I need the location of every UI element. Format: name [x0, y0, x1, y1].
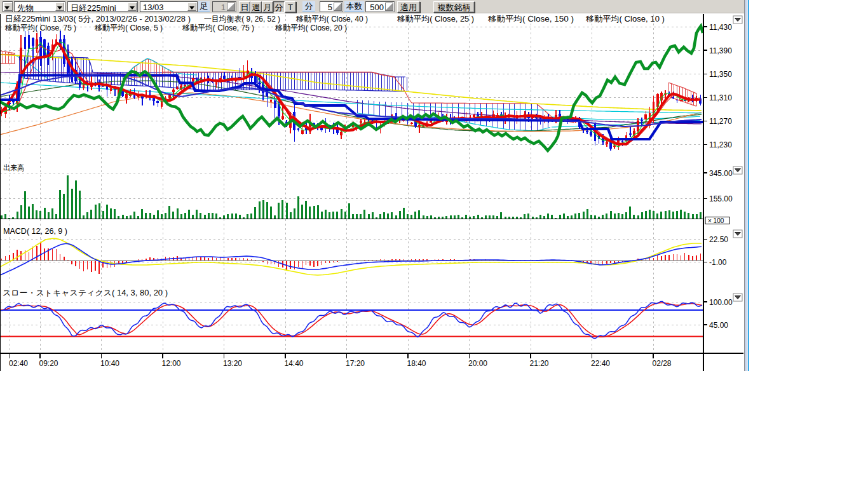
svg-text:日経225mini 13/03( 5分, 2013/02/2: 日経225mini 13/03( 5分, 2013/02/26 - 2013/0…: [5, 15, 191, 24]
svg-text:11,230: 11,230: [709, 140, 732, 149]
svg-text:11,350: 11,350: [709, 70, 732, 79]
svg-text:移動平均( Close, 25 ): 移動平均( Close, 25 ): [397, 15, 474, 24]
svg-text:14:40: 14:40: [285, 359, 304, 368]
svg-text:移動平均( Close, 10 ): 移動平均( Close, 10 ): [586, 15, 665, 24]
svg-text:出来高: 出来高: [3, 163, 24, 172]
svg-text:移動平均( Close, 20 ): 移動平均( Close, 20 ): [275, 24, 347, 32]
svg-text:MACD( 12, 26, 9 ): MACD( 12, 26, 9 ): [3, 227, 67, 236]
svg-text:45.00: 45.00: [709, 321, 728, 330]
svg-text:21:20: 21:20: [530, 359, 549, 368]
svg-text:移動平均( Close, 75 ): 移動平均( Close, 75 ): [182, 24, 254, 32]
svg-text:移動平均( Close, 75 ): 移動平均( Close, 75 ): [5, 24, 76, 32]
svg-text:18:40: 18:40: [407, 359, 426, 368]
svg-text:11,310: 11,310: [709, 93, 732, 102]
svg-text:移動平均( Close, 150 ): 移動平均( Close, 150 ): [488, 15, 574, 24]
svg-text:17:20: 17:20: [346, 359, 365, 368]
svg-text:02/28: 02/28: [653, 359, 672, 368]
svg-text:一目均衡表( 9, 26, 52 ): 一目均衡表( 9, 26, 52 ): [204, 15, 280, 24]
svg-text:13:20: 13:20: [223, 359, 242, 368]
svg-text:22.50: 22.50: [709, 235, 728, 244]
svg-text:345.00: 345.00: [709, 169, 733, 178]
svg-text:20:00: 20:00: [468, 359, 487, 368]
svg-text:02:40: 02:40: [9, 359, 28, 368]
svg-text:-1.00: -1.00: [709, 258, 727, 267]
svg-text:移動平均( Close, 40 ): 移動平均( Close, 40 ): [296, 15, 368, 24]
svg-text:100.00: 100.00: [709, 298, 733, 307]
svg-text:11,390: 11,390: [709, 46, 732, 55]
svg-text:22:40: 22:40: [591, 359, 610, 368]
svg-text:10:40: 10:40: [100, 359, 119, 368]
svg-text:移動平均( Close, 5 ): 移動平均( Close, 5 ): [95, 24, 163, 32]
svg-text:09:20: 09:20: [39, 359, 58, 368]
svg-text:11,270: 11,270: [709, 117, 732, 126]
svg-text:スロー・ストキャスティクス( 14, 3, 80, 20 ): スロー・ストキャスティクス( 14, 3, 80, 20 ): [3, 288, 168, 297]
svg-text:11,430: 11,430: [709, 23, 732, 32]
svg-text:12:00: 12:00: [162, 359, 181, 368]
svg-text:155.00: 155.00: [709, 194, 733, 203]
svg-text:× 100: × 100: [708, 217, 724, 224]
